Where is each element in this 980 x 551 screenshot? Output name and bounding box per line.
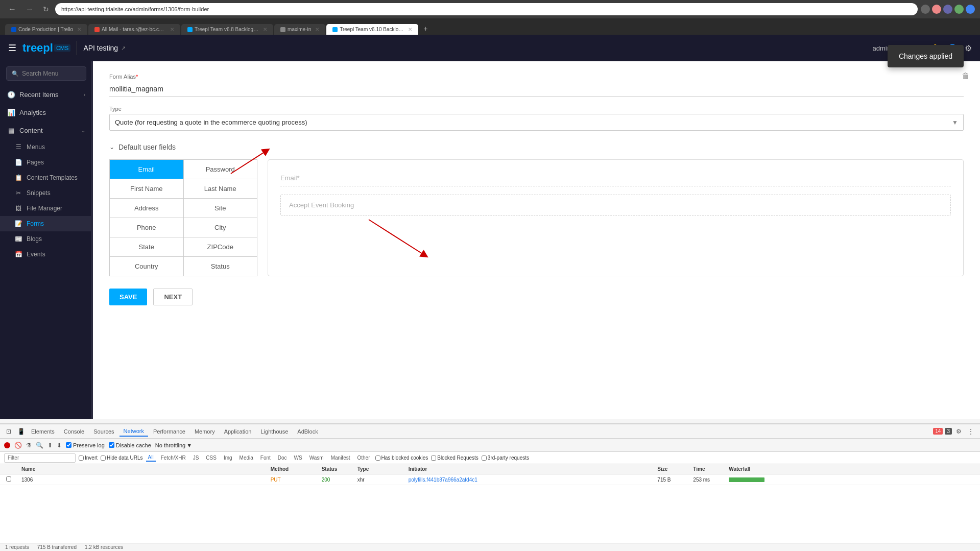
type-group: Type Quote (for requesting a quote in th… [109, 106, 964, 131]
password-field-btn[interactable]: Password [184, 159, 258, 179]
phone-field-btn[interactable]: Phone [109, 218, 184, 237]
search-icon: 🔍 [12, 70, 19, 77]
search-menu-label: Search Menu [22, 70, 58, 77]
address-field-btn[interactable]: Address [109, 199, 184, 218]
browser-nav-forward[interactable]: → [22, 4, 37, 15]
delete-icon[interactable]: 🗑 [962, 71, 970, 81]
browser-tab-maxime[interactable]: maxime-in ✕ [274, 24, 325, 35]
sidebar-item-snippets[interactable]: ✂ Snippets [0, 185, 92, 201]
menus-label: Menus [27, 143, 85, 151]
next-button[interactable]: NEXT [153, 289, 193, 305]
browser-nav-back[interactable]: ← [5, 4, 19, 15]
content-label: Content [19, 127, 77, 134]
content-templates-label: Content Templates [27, 174, 85, 181]
type-label: Type [109, 106, 964, 112]
app-bar-divider [77, 41, 77, 55]
new-tab-button[interactable]: + [419, 22, 432, 35]
file-manager-label: File Manager [27, 205, 85, 212]
snippets-label: Snippets [27, 189, 85, 197]
content-arrow: ⌄ [81, 128, 85, 133]
events-icon: 📅 [14, 251, 22, 258]
app-bar-title: API testing ↗ [83, 44, 126, 52]
browser-tab-treepl610[interactable]: Treepl Team v6.10 Backlog - Boa... ✕ [326, 24, 418, 35]
sidebar: 🔍 Search Menu 🕐 Recent Items › 📊 Analyti… [0, 61, 93, 419]
recent-items-label: Recent Items [19, 91, 80, 99]
last-name-field-btn[interactable]: Last Name [184, 179, 258, 199]
content-icon: ▦ [7, 127, 15, 134]
recent-items-arrow: › [84, 92, 85, 98]
browser-tab-trello[interactable]: Code Production | Trello ✕ [5, 24, 87, 35]
browser-tabs: Code Production | Trello ✕ All Mail - ta… [0, 18, 980, 35]
browser-tab-gmail[interactable]: All Mail - taras.r@ez-bc.com - E... ✕ [88, 24, 180, 35]
city-field-btn[interactable]: City [184, 218, 258, 237]
type-select[interactable]: Quote (for requesting a quote in the eco… [110, 114, 963, 130]
content-templates-icon: 📋 [14, 174, 22, 181]
zipcode-field-btn[interactable]: ZIPCode [184, 237, 258, 257]
pages-label: Pages [27, 159, 85, 166]
country-field-btn[interactable]: Country [109, 257, 184, 276]
browser-extensions [921, 5, 975, 14]
sidebar-search[interactable]: 🔍 Search Menu [6, 66, 86, 81]
state-field-btn[interactable]: State [109, 237, 184, 257]
sidebar-item-pages[interactable]: 📄 Pages [0, 155, 92, 170]
sidebar-resize-handle [91, 61, 92, 419]
fields-layout: Email Password First Name Last Name Addr… [109, 159, 964, 276]
collapse-icon[interactable]: ⌄ [109, 143, 114, 151]
pages-icon: 📄 [14, 159, 22, 166]
site-field-btn[interactable]: Site [184, 199, 258, 218]
default-fields-section: ⌄ Default user fields Email Password Fir… [109, 143, 964, 276]
default-fields-label: Default user fields [118, 143, 176, 151]
main-content: Form Alias* Type Quote (for requesting a… [93, 61, 980, 419]
browser-reload[interactable]: ↻ [40, 4, 52, 14]
forms-label: Forms [27, 220, 85, 227]
sidebar-item-content-templates[interactable]: 📋 Content Templates [0, 170, 92, 185]
menus-icon: ☰ [14, 143, 22, 151]
action-row: SAVE NEXT [109, 289, 964, 305]
preview-accept-event: Accept Event Booking [280, 195, 951, 215]
toast-notification: Changes applied [888, 45, 964, 67]
save-button[interactable]: SAVE [109, 289, 147, 305]
app-bar: ☰ treepl CMS API testing ↗ admin@treepl.… [0, 35, 980, 61]
sidebar-item-events[interactable]: 📅 Events [0, 247, 92, 262]
preview-email-input[interactable]: Email* [280, 170, 951, 186]
section-header: ⌄ Default user fields [109, 143, 964, 151]
analytics-icon: 📊 [7, 109, 15, 116]
sidebar-item-recent-items[interactable]: 🕐 Recent Items › [0, 86, 92, 104]
sidebar-item-forms[interactable]: 📝 Forms [0, 216, 92, 231]
fields-panel: Email Password First Name Last Name Addr… [109, 159, 257, 276]
browser-tab-treepl68[interactable]: Treepl Team v6.8 Backlog - Boa... ✕ [181, 24, 273, 35]
file-manager-icon: 🖼 [14, 205, 22, 212]
snippets-icon: ✂ [14, 189, 22, 197]
browser-address-bar[interactable]: https://api-testing.trialsite.co/admin/f… [55, 3, 918, 15]
forms-icon: 📝 [14, 220, 22, 227]
analytics-label: Analytics [19, 109, 85, 116]
sidebar-item-content[interactable]: ▦ Content ⌄ [0, 122, 92, 139]
hamburger-menu[interactable]: ☰ [8, 42, 16, 54]
sidebar-item-analytics[interactable]: 📊 Analytics [0, 104, 92, 122]
recent-items-icon: 🕐 [7, 91, 15, 99]
events-label: Events [27, 251, 85, 258]
blogs-label: Blogs [27, 235, 85, 243]
status-field-btn[interactable]: Status [184, 257, 258, 276]
address-text: https://api-testing.trialsite.co/admin/f… [61, 6, 209, 12]
first-name-field-btn[interactable]: First Name [109, 179, 184, 199]
sidebar-item-menus[interactable]: ☰ Menus [0, 139, 92, 155]
form-alias-group: Form Alias* [109, 74, 964, 97]
sidebar-item-blogs[interactable]: 📰 Blogs [0, 231, 92, 247]
browser-chrome: ← → ↻ https://api-testing.trialsite.co/a… [0, 0, 980, 18]
email-field-btn[interactable]: Email [109, 159, 184, 179]
settings-icon[interactable]: ⚙ [965, 43, 972, 53]
blogs-icon: 📰 [14, 235, 22, 243]
form-alias-label: Form Alias* [109, 74, 964, 80]
app-layout: 🔍 Search Menu 🕐 Recent Items › 📊 Analyti… [0, 61, 980, 419]
sidebar-item-file-manager[interactable]: 🖼 File Manager [0, 201, 92, 216]
form-preview: Email* Accept Event Booking [268, 159, 964, 276]
form-alias-input[interactable] [109, 82, 964, 97]
app-logo: treepl CMS [22, 41, 70, 55]
type-select-wrapper[interactable]: Quote (for requesting a quote in the eco… [109, 114, 964, 131]
